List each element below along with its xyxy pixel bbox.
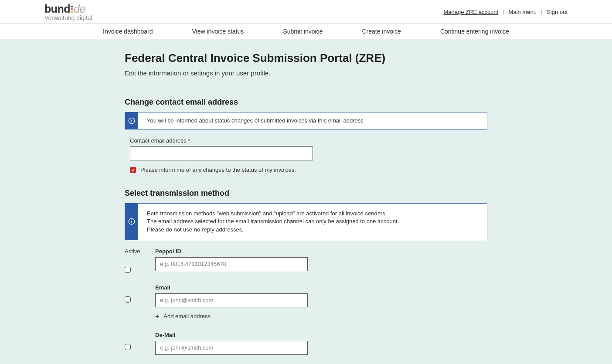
logo-subtitle: Verwaltung digital	[44, 14, 92, 21]
nav-submit-invoice[interactable]: Submit invoice	[283, 28, 323, 35]
info-line-2: The email address selected for the email…	[147, 218, 399, 225]
info-text-email: You will be informed about status change…	[138, 112, 372, 129]
svg-point-5	[131, 220, 132, 220]
demail-label: De-Mail	[155, 332, 308, 338]
email-input[interactable]	[155, 293, 308, 307]
contact-email-label: Contact email address *	[130, 137, 487, 144]
demail-active-checkbox[interactable]	[125, 344, 131, 350]
demail-input[interactable]	[155, 341, 308, 355]
nav-continue-invoice[interactable]: Continue entering invoice	[440, 28, 509, 35]
top-links: Manage ZRE account | Main menu | Sign ou…	[443, 9, 568, 15]
nav-create-invoice[interactable]: Create invoice	[362, 28, 401, 35]
manage-account-link[interactable]: Manage ZRE account	[443, 9, 498, 15]
page-title: Federal Central Invoice Submission Porta…	[125, 51, 487, 65]
contact-email-input[interactable]	[130, 146, 313, 160]
add-email-button[interactable]: + Add email address	[155, 313, 308, 320]
peppol-id-input[interactable]	[155, 257, 308, 271]
logo-de-text: de	[74, 3, 85, 15]
main-nav: Invoice dashboard View invoice status Su…	[37, 24, 575, 39]
inform-checkbox-label: Please inform me of any changes to the s…	[140, 167, 296, 173]
inform-checkbox[interactable]	[130, 167, 136, 173]
info-box-transmission: Both transmission methods "web submissio…	[125, 203, 487, 240]
add-email-label: Add email address	[163, 313, 211, 320]
info-line-3: Please do not use no-reply addresses.	[147, 226, 399, 234]
plus-icon: +	[155, 313, 159, 320]
section-transmission-heading: Select transmission method	[125, 189, 487, 198]
info-text-transmission: Both transmission methods "web submissio…	[138, 204, 408, 240]
info-line-1: Both transmission methods "web submissio…	[147, 210, 399, 218]
info-icon	[125, 204, 138, 240]
section-email-heading: Change contact email address	[125, 98, 487, 107]
email-active-checkbox[interactable]	[125, 296, 131, 303]
peppol-label: Peppol ID	[155, 248, 308, 255]
nav-view-status[interactable]: View invoice status	[192, 28, 244, 35]
logo-bund-text: bund	[44, 3, 70, 15]
info-box-email: You will be informed about status change…	[125, 112, 487, 129]
active-column-header: Active	[125, 248, 145, 255]
svg-point-2	[131, 119, 132, 119]
email-label: Email	[155, 284, 308, 291]
nav-invoice-dashboard[interactable]: Invoice dashboard	[103, 28, 153, 35]
info-icon	[125, 112, 138, 129]
page-subtitle: Edit the information or settings in your…	[125, 69, 487, 77]
separator: |	[503, 9, 504, 15]
main-menu-link[interactable]: Main menu	[509, 9, 537, 15]
logo: bund de Verwaltung digital	[44, 3, 92, 21]
peppol-active-checkbox[interactable]	[125, 267, 131, 273]
separator: |	[541, 9, 542, 15]
logo-flag-dots-icon	[71, 6, 73, 13]
sign-out-link[interactable]: Sign out	[547, 9, 568, 15]
